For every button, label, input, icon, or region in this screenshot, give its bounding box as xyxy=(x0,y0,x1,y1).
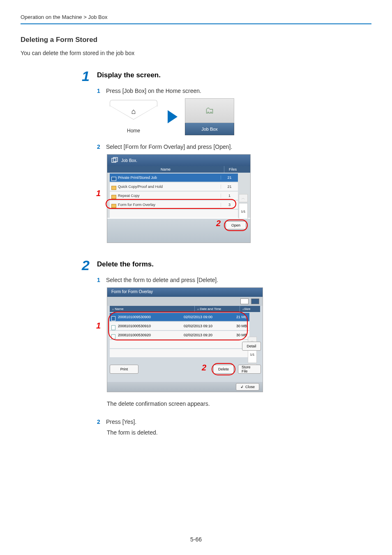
jobbox-label: Job Box xyxy=(185,123,234,135)
scroll-up-button[interactable]: ︿ xyxy=(239,194,248,202)
list-item[interactable]: Repeat Copy1 xyxy=(110,192,238,200)
substep-number: 2 xyxy=(97,419,102,425)
page-indicator: 1/1 xyxy=(239,203,248,220)
detail-button[interactable]: Detail xyxy=(242,342,261,351)
screen-title: Form for Form Overlay xyxy=(107,288,263,297)
return-icon: ↲ xyxy=(240,385,244,389)
callout-number: 1 xyxy=(96,321,101,331)
col-size: ▵Size xyxy=(240,306,260,312)
jobbox-title-icon xyxy=(111,157,118,164)
table-row-empty xyxy=(110,340,249,348)
delete-button[interactable]: Delete xyxy=(213,365,234,374)
home-label: Home xyxy=(107,128,160,134)
list-item[interactable]: Quick Copy/Proof and Hold21 xyxy=(110,183,238,191)
result-text: The delete confirmation screen appears. xyxy=(107,400,371,407)
substep-text: Select the form to delete and press [Del… xyxy=(106,277,218,283)
col-date: ▵ Date and Time xyxy=(194,306,240,312)
table-row[interactable]: 200810100053092002/02/2013 09:2030 MB xyxy=(110,331,249,339)
table-row[interactable]: 200810100953090002/02/2013 09:0021 MB xyxy=(110,313,249,321)
step-number: 2 xyxy=(78,259,90,271)
substep-text: Select [Form for Form Overlay] and press… xyxy=(106,143,232,150)
breadcrumb: Operation on the Machine > Job Box xyxy=(21,14,371,20)
close-button[interactable]: ↲Close xyxy=(236,383,259,391)
list-view-button[interactable] xyxy=(240,298,249,304)
callout-number: 2 xyxy=(202,363,206,372)
print-button[interactable]: Print xyxy=(110,365,138,374)
jobbox-icon: 🗂 xyxy=(205,105,214,116)
intro-text: You can delete the form stored in the jo… xyxy=(21,50,371,56)
store-file-button[interactable]: Store File xyxy=(238,365,261,374)
jobbox-title: Job Box. xyxy=(121,158,137,163)
substep-text: Press [Yes]. xyxy=(106,419,136,425)
callout-number: 1 xyxy=(96,189,101,198)
page-title: Deleting a Form Stored xyxy=(21,36,371,44)
step-number: 1 xyxy=(78,70,90,82)
result-text: The form is deleted. xyxy=(107,429,371,436)
home-icon: ⌂ xyxy=(131,107,136,116)
table-row[interactable]: 200810100053091002/02/2013 09:1030 MB xyxy=(110,322,249,330)
list-item[interactable]: Form for Form Overlay3 xyxy=(110,201,238,209)
form-overlay-screen: Form for Form Overlay ▵ Name ▵ Date and … xyxy=(107,287,263,392)
step-title: Display the screen. xyxy=(97,70,161,82)
col-files: Files xyxy=(224,166,241,173)
home-button-figure: ⌂ Home xyxy=(107,100,160,134)
list-item[interactable]: Private Print/Stored Job21 xyxy=(110,173,238,182)
grid-view-button[interactable] xyxy=(251,298,259,304)
table-row-empty xyxy=(110,349,249,357)
arrow-icon xyxy=(168,110,178,123)
substep-number: 2 xyxy=(97,143,102,150)
page-number: 5-66 xyxy=(0,536,392,543)
callout-number: 2 xyxy=(216,219,221,228)
col-name: ▵ Name xyxy=(110,306,194,312)
jobbox-button-figure: 🗂 Job Box xyxy=(185,98,234,135)
substep-number: 1 xyxy=(97,277,102,283)
col-name: Name xyxy=(107,166,224,173)
divider xyxy=(21,23,371,24)
open-button[interactable]: Open xyxy=(226,221,246,229)
substep-text: Press [Job Box] on the Home screen. xyxy=(106,88,201,94)
jobbox-screen: Job Box. Name Files Private Print/Stored… xyxy=(107,154,251,243)
step-title: Delete the forms. xyxy=(97,259,154,271)
list-item-empty xyxy=(110,210,238,218)
substep-number: 1 xyxy=(97,88,102,94)
